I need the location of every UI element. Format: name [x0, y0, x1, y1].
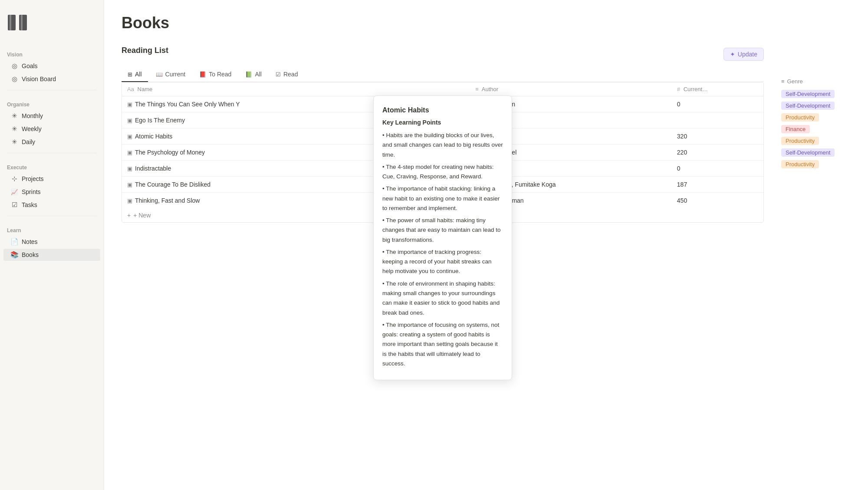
cell-current: 0 — [672, 161, 763, 177]
tab-current[interactable]: 📖 Current — [150, 67, 192, 82]
books-icon: 📚 — [10, 251, 18, 259]
section-title: Reading List — [122, 46, 168, 55]
svg-rect-1 — [19, 15, 27, 30]
sidebar-section-execute: Execute — [0, 158, 104, 172]
popup-point: • The role of environment in shaping hab… — [382, 279, 503, 318]
content-area: Books Reading List ✦ Update ⊞ All 📖 Curr… — [104, 0, 781, 490]
genre-badge[interactable]: Self-Development — [781, 90, 835, 98]
popup-point: • The importance of habit stacking: link… — [382, 184, 503, 213]
update-button[interactable]: ✦ Update — [723, 48, 764, 61]
monthly-icon: ✳ — [10, 112, 18, 120]
popup-point: • The 4-step model for creating new habi… — [382, 162, 503, 182]
genre-sidebar: ≡ Genre Self-DevelopmentSelf-Development… — [781, 0, 868, 490]
vision-board-icon: ◎ — [10, 75, 18, 83]
sidebar-item-sprints[interactable]: 📈 Sprints — [3, 186, 100, 198]
target-icon: ◎ — [10, 62, 18, 70]
page-title: Books — [122, 14, 764, 32]
genre-badge-row: Productivity — [781, 160, 861, 168]
sidebar-item-daily[interactable]: ✳ Daily — [3, 136, 100, 148]
genre-badge[interactable]: Self-Development — [781, 102, 835, 110]
sidebar-item-books[interactable]: 📚 Books — [3, 249, 100, 261]
tasks-icon: ☑ — [10, 201, 18, 209]
sparkle-icon: ✦ — [730, 51, 735, 58]
svg-rect-3 — [21, 15, 23, 30]
popup-book-title: Atomic Habits — [382, 105, 503, 116]
row-book-icon: ▣ — [127, 197, 132, 204]
cell-current: 220 — [672, 145, 763, 161]
row-book-icon: ▣ — [127, 133, 132, 140]
row-book-icon: ▣ — [127, 149, 132, 156]
genre-badge[interactable]: Productivity — [781, 113, 819, 122]
sidebar-item-tasks[interactable]: ☑ Tasks — [3, 199, 100, 211]
sidebar-section-vision: Vision — [0, 45, 104, 59]
genre-badge[interactable]: Productivity — [781, 137, 819, 145]
popup-point: • The power of small habits: making tiny… — [382, 216, 503, 245]
sidebar-item-notes[interactable]: 📄 Notes — [3, 236, 100, 248]
genre-badge[interactable]: Productivity — [781, 160, 819, 168]
sidebar-item-vision-board[interactable]: ◎ Vision Board — [3, 73, 100, 85]
genre-col-header: ≡ Genre — [781, 78, 861, 85]
sidebar-divider-1 — [7, 90, 97, 90]
tab-read[interactable]: ☑ Read — [270, 67, 304, 82]
sidebar-item-monthly[interactable]: ✳ Monthly — [3, 110, 100, 122]
sidebar-divider-3 — [7, 216, 97, 216]
weekly-icon: ✳ — [10, 125, 18, 133]
genre-badge[interactable]: Finance — [781, 125, 810, 133]
name-col-prefix: Aa — [127, 86, 134, 92]
genre-badge-row: Productivity — [781, 137, 861, 145]
daily-icon: ✳ — [10, 138, 18, 146]
col-header-current: # Current… — [672, 82, 763, 96]
tab-all2-icon: 📗 — [245, 71, 252, 78]
main-area: Books Reading List ✦ Update ⊞ All 📖 Curr… — [104, 0, 868, 490]
svg-rect-0 — [8, 15, 16, 30]
popup-body: • Habits are the building blocks of our … — [382, 131, 503, 368]
row-book-icon: ▣ — [127, 165, 132, 172]
sidebar-section-organise: Organise — [0, 95, 104, 109]
cell-current: 320 — [672, 128, 763, 145]
popup-point: • The importance of tracking progress: k… — [382, 247, 503, 276]
row-book-icon: ▣ — [127, 181, 132, 188]
genre-badge-row: Self-Development — [781, 102, 861, 110]
popup-subtitle: Key Learning Points — [382, 118, 503, 127]
projects-icon: ⊹ — [10, 175, 18, 183]
app-logo — [0, 7, 104, 45]
cell-current: 187 — [672, 177, 763, 193]
sidebar: Vision ◎ Goals ◎ Vision Board Organise ✳… — [0, 0, 104, 490]
tab-all2[interactable]: 📗 All — [239, 67, 268, 82]
cell-current: 0 — [672, 96, 763, 112]
row-book-icon: ▣ — [127, 117, 132, 124]
tab-current-icon: 📖 — [156, 71, 163, 78]
row-book-icon: ▣ — [127, 101, 132, 108]
genre-badge-row: Finance — [781, 125, 861, 133]
genre-badge-row: Self-Development — [781, 90, 861, 98]
plus-icon: + — [127, 212, 131, 219]
genre-icon: ≡ — [781, 78, 785, 85]
tabs-bar: ⊞ All 📖 Current 📕 To Read 📗 All ☑ R — [122, 67, 764, 82]
cell-current: 450 — [672, 193, 763, 209]
popup-point: • The importance of focusing on systems,… — [382, 320, 503, 368]
col-header-name: Aa Name — [122, 82, 470, 96]
sidebar-divider-2 — [7, 153, 97, 153]
sidebar-item-weekly[interactable]: ✳ Weekly — [3, 123, 100, 135]
tab-to-read[interactable]: 📕 To Read — [193, 67, 237, 82]
author-col-prefix: ≡ — [475, 86, 479, 92]
notes-icon: 📄 — [10, 238, 18, 246]
atomic-habits-popup: Atomic Habits Key Learning Points • Habi… — [373, 95, 512, 380]
tab-all-icon: ⊞ — [128, 71, 132, 78]
tab-all[interactable]: ⊞ All — [122, 67, 148, 82]
sprints-icon: 📈 — [10, 188, 18, 196]
genre-badge[interactable]: Self-Development — [781, 148, 835, 157]
sidebar-item-goals[interactable]: ◎ Goals — [3, 60, 100, 72]
genre-badge-row: Self-Development — [781, 148, 861, 157]
genre-badge-row: Productivity — [781, 113, 861, 122]
sidebar-section-learn: Learn — [0, 220, 104, 235]
current-col-prefix: # — [677, 86, 680, 92]
tab-read-icon: ☑ — [276, 71, 281, 78]
svg-rect-2 — [10, 15, 11, 30]
col-header-author: ≡ Author — [470, 82, 672, 96]
tab-to-read-icon: 📕 — [199, 71, 206, 78]
popup-point: • Habits are the building blocks of our … — [382, 131, 503, 160]
sidebar-item-projects[interactable]: ⊹ Projects — [3, 173, 100, 185]
cell-current — [672, 112, 763, 128]
